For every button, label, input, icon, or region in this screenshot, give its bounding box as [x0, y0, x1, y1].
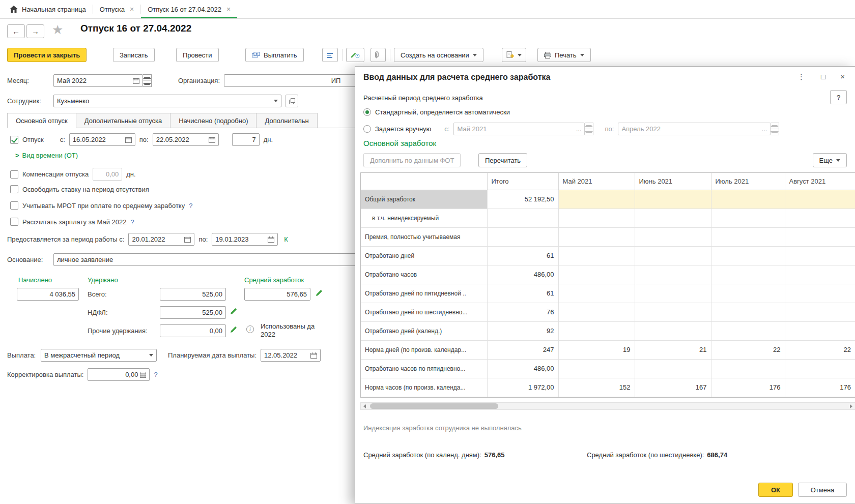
vacation-days-input[interactable]: 7 — [232, 133, 260, 146]
value-cell[interactable]: 176 — [711, 378, 785, 397]
value-cell[interactable] — [635, 284, 711, 303]
average-earnings-input[interactable]: 576,65 — [244, 288, 310, 301]
value-cell[interactable] — [558, 303, 635, 321]
manual-to-spinner[interactable] — [771, 123, 779, 135]
row-label-cell[interactable]: в т.ч. неиндексируемый — [361, 209, 487, 227]
column-header[interactable] — [361, 173, 487, 190]
value-cell[interactable] — [785, 284, 855, 303]
value-cell[interactable] — [785, 190, 855, 209]
tab-main-vacation[interactable]: Основной отпуск — [7, 113, 76, 128]
value-cell[interactable] — [558, 190, 635, 209]
print-button[interactable]: Печать — [537, 48, 591, 62]
compensation-days-input[interactable]: 0,00 — [93, 168, 122, 181]
edit-ndfl-pencil-icon[interactable] — [230, 308, 237, 316]
edit-other-pencil-icon[interactable] — [230, 326, 237, 335]
value-cell[interactable] — [558, 265, 635, 284]
pay-button[interactable]: Выплатить — [245, 48, 304, 62]
calendar-icon[interactable] — [133, 78, 139, 84]
tab-additional-vacations[interactable]: Дополнительные отпуска — [76, 113, 171, 128]
value-cell[interactable]: 247 — [487, 340, 558, 359]
open-employee-button[interactable] — [286, 95, 298, 107]
tab-current-document[interactable]: Отпуск 16 от 27.04.2022 × — [141, 0, 237, 18]
manual-to-input[interactable]: Апрель 2022 ... — [618, 123, 771, 135]
choose-icon[interactable]: ... — [576, 125, 582, 133]
value-cell[interactable] — [487, 227, 558, 246]
row-label-cell[interactable]: Норма дней (по произв. календар... — [361, 340, 487, 359]
calc-salary-help-link[interactable]: ? — [130, 218, 134, 226]
value-cell[interactable] — [711, 246, 785, 265]
value-cell[interactable] — [635, 190, 711, 209]
edit-average-pencil-icon[interactable] — [316, 289, 323, 298]
value-cell[interactable] — [711, 359, 785, 378]
calendar-icon[interactable] — [209, 137, 215, 143]
tab-home[interactable]: Начальная страница — [3, 0, 93, 18]
value-cell[interactable] — [635, 227, 711, 246]
scroll-left-icon[interactable] — [361, 403, 368, 409]
work-period-from-input[interactable]: 20.01.2022 — [128, 233, 194, 246]
release-rate-checkbox[interactable] — [10, 185, 18, 193]
scroll-right-icon[interactable] — [847, 403, 855, 409]
create-document-button[interactable] — [502, 48, 526, 62]
reread-button[interactable]: Перечитать — [478, 153, 527, 167]
radio-manual[interactable] — [363, 125, 371, 133]
value-cell[interactable] — [785, 321, 855, 340]
spin-down-icon[interactable] — [771, 129, 779, 135]
value-cell[interactable] — [711, 227, 785, 246]
value-cell[interactable] — [711, 209, 785, 227]
other-withholdings-input[interactable]: 0,00 — [160, 324, 226, 337]
column-header[interactable]: Август 2021 — [785, 173, 855, 190]
payment-select[interactable]: В межрасчетный период — [41, 349, 157, 362]
vacation-checkbox[interactable] — [10, 136, 18, 144]
attachments-button[interactable] — [370, 48, 386, 62]
value-cell[interactable]: 92 — [487, 321, 558, 340]
value-cell[interactable] — [558, 227, 635, 246]
row-label-cell[interactable]: Отработано часов — [361, 265, 487, 284]
calculator-icon[interactable] — [140, 372, 146, 378]
mrot-help-link[interactable]: ? — [189, 202, 192, 210]
value-cell[interactable] — [635, 246, 711, 265]
radio-standard[interactable] — [363, 108, 371, 116]
edit-timesheet-button[interactable] — [346, 48, 364, 62]
vacation-to-input[interactable]: 22.05.2022 — [153, 133, 219, 146]
horizontal-scrollbar[interactable] — [360, 402, 855, 410]
basis-input[interactable]: личное заявление — [53, 253, 359, 266]
value-cell[interactable]: 167 — [635, 378, 711, 397]
value-cell[interactable] — [635, 209, 711, 227]
spin-up-icon[interactable] — [771, 123, 779, 129]
help-button[interactable]: ? — [830, 90, 847, 104]
column-header[interactable]: Итого — [487, 173, 558, 190]
spin-up-icon[interactable] — [585, 123, 593, 129]
value-cell[interactable]: 22 — [711, 340, 785, 359]
column-header[interactable]: Май 2021 — [558, 173, 635, 190]
calendar-icon[interactable] — [184, 236, 191, 243]
value-cell[interactable] — [635, 359, 711, 378]
ndfl-input[interactable]: 525,00 — [160, 306, 226, 319]
favorite-star-icon[interactable]: ★ — [52, 23, 63, 36]
value-cell[interactable] — [785, 246, 855, 265]
scrollbar-thumb[interactable] — [370, 403, 498, 409]
value-cell[interactable] — [635, 321, 711, 340]
tab-additional[interactable]: Дополнительн — [256, 113, 317, 128]
value-cell[interactable] — [558, 359, 635, 378]
calc-salary-checkbox[interactable] — [10, 218, 18, 226]
value-cell[interactable] — [558, 321, 635, 340]
row-label-cell[interactable]: Отработано часов по пятидневно... — [361, 359, 487, 378]
value-cell[interactable] — [635, 303, 711, 321]
close-icon[interactable]: × — [130, 5, 134, 13]
row-label-cell[interactable]: Отработано дней по пятидневной .. — [361, 284, 487, 303]
value-cell[interactable] — [711, 284, 785, 303]
value-cell[interactable]: 486,00 — [487, 359, 558, 378]
value-cell[interactable] — [711, 190, 785, 209]
employee-input[interactable]: Кузьменко — [53, 95, 281, 107]
value-cell[interactable] — [785, 227, 855, 246]
value-cell[interactable] — [785, 265, 855, 284]
value-cell[interactable]: 21 — [635, 340, 711, 359]
forward-button[interactable]: → — [26, 24, 44, 38]
mrot-checkbox[interactable] — [10, 201, 18, 210]
column-header[interactable]: Июнь 2021 — [635, 173, 711, 190]
value-cell[interactable] — [785, 303, 855, 321]
calendar-icon[interactable] — [268, 236, 274, 243]
value-cell[interactable] — [558, 284, 635, 303]
adjustment-input[interactable]: 0,00 — [88, 368, 150, 381]
back-button[interactable]: ← — [7, 24, 25, 38]
